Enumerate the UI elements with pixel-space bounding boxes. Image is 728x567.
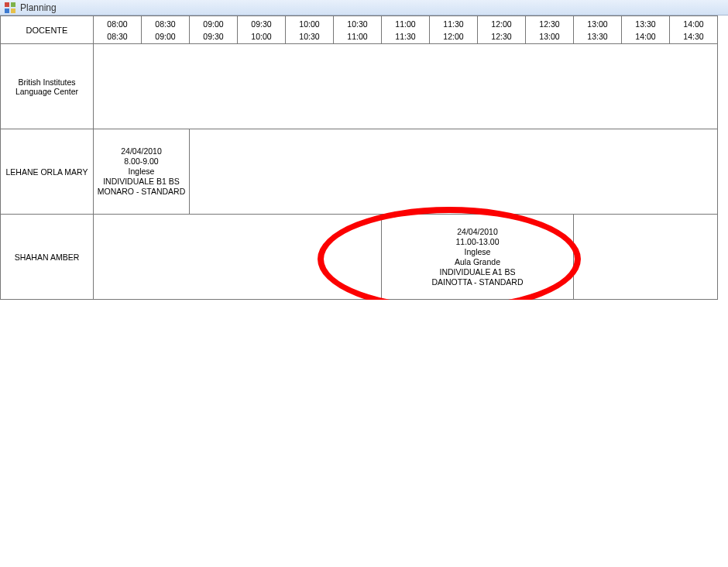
time-start: 10:30 — [334, 18, 381, 30]
time-end: 13:00 — [526, 30, 573, 43]
time-end: 09:30 — [190, 30, 237, 43]
appointment-cell[interactable]: 24/04/2010 11.00-13.00 Inglese Aula Gran… — [382, 215, 574, 300]
empty-slot[interactable] — [94, 44, 718, 129]
time-col-10: 13:0013:30 — [574, 16, 622, 44]
schedule-body: British Institutes Language CenterLEHANE… — [1, 44, 718, 300]
empty-slot[interactable] — [94, 215, 382, 300]
time-start: 12:00 — [478, 18, 525, 30]
time-start: 13:30 — [622, 18, 669, 30]
time-header-row: DOCENTE 08:0008:3008:3009:0009:0009:3009… — [1, 16, 718, 44]
window-titlebar: Planning — [0, 0, 728, 15]
row-label: British Institutes Language Center — [1, 44, 94, 129]
svg-rect-0 — [5, 2, 9, 7]
time-col-11: 13:3014:00 — [622, 16, 670, 44]
time-start: 14:00 — [670, 18, 717, 30]
time-start: 08:00 — [94, 18, 141, 30]
time-start: 11:00 — [382, 18, 429, 30]
time-col-4: 10:0010:30 — [286, 16, 334, 44]
time-col-8: 12:0012:30 — [478, 16, 526, 44]
time-col-9: 12:3013:00 — [526, 16, 574, 44]
row-label: LEHANE ORLA MARY — [1, 129, 94, 215]
time-col-6: 11:0011:30 — [382, 16, 430, 44]
time-col-0: 08:0008:30 — [94, 16, 142, 44]
appointment-cell[interactable]: 24/04/2010 8.00-9.00 Inglese INDIVIDUALE… — [94, 129, 190, 215]
svg-rect-3 — [11, 9, 15, 13]
app-icon — [5, 2, 15, 13]
time-col-7: 11:3012:00 — [430, 16, 478, 44]
time-end: 12:00 — [430, 30, 477, 43]
time-start: 09:00 — [190, 18, 237, 30]
time-end: 09:00 — [142, 30, 189, 43]
time-start: 08:30 — [142, 18, 189, 30]
svg-rect-1 — [11, 2, 15, 7]
docente-header: DOCENTE — [1, 16, 94, 44]
time-end: 11:00 — [334, 30, 381, 43]
time-start: 10:00 — [286, 18, 333, 30]
time-start: 13:00 — [574, 18, 621, 30]
time-start: 11:30 — [430, 18, 477, 30]
time-start: 12:30 — [526, 18, 573, 30]
schedule-row: LEHANE ORLA MARY24/04/2010 8.00-9.00 Ing… — [1, 129, 718, 215]
time-end: 10:30 — [286, 30, 333, 43]
time-end: 10:00 — [238, 30, 285, 43]
time-start: 09:30 — [238, 18, 285, 30]
schedule-row: SHAHAN AMBER24/04/2010 11.00-13.00 Ingle… — [1, 215, 718, 300]
time-col-5: 10:3011:00 — [334, 16, 382, 44]
time-end: 12:30 — [478, 30, 525, 43]
svg-rect-2 — [5, 9, 9, 13]
empty-slot[interactable] — [190, 129, 718, 215]
schedule-row: British Institutes Language Center — [1, 44, 718, 129]
time-end: 13:30 — [574, 30, 621, 43]
schedule-grid: DOCENTE 08:0008:3008:3009:0009:0009:3009… — [0, 15, 718, 300]
time-end: 11:30 — [382, 30, 429, 43]
time-col-1: 08:3009:00 — [142, 16, 190, 44]
time-end: 08:30 — [94, 30, 141, 43]
time-col-12: 14:0014:30 — [670, 16, 718, 44]
time-end: 14:00 — [622, 30, 669, 43]
time-col-3: 09:3010:00 — [238, 16, 286, 44]
window-title: Planning — [20, 2, 57, 13]
row-label: SHAHAN AMBER — [1, 215, 94, 300]
time-end: 14:30 — [670, 30, 717, 43]
page-root: Planning DOCENTE 08:0008:3008:3009:0009:… — [0, 0, 728, 300]
time-col-2: 09:0009:30 — [190, 16, 238, 44]
empty-slot[interactable] — [574, 215, 718, 300]
schedule-wrapper: DOCENTE 08:0008:3008:3009:0009:0009:3009… — [0, 15, 728, 300]
